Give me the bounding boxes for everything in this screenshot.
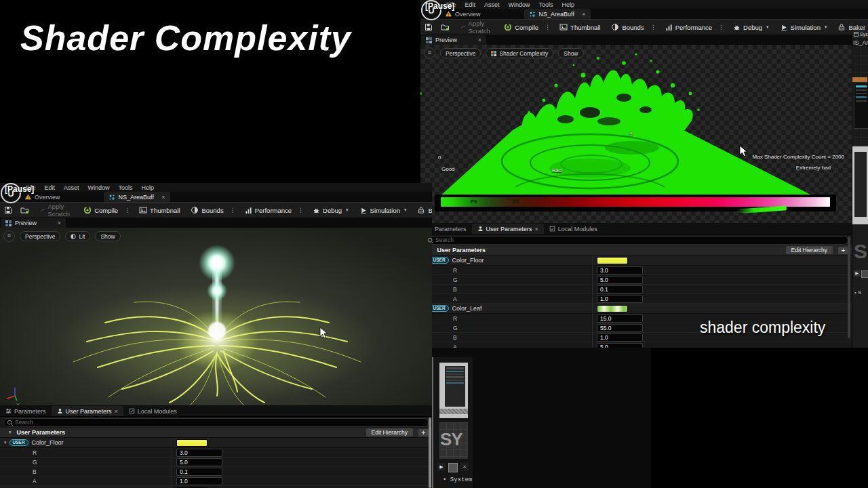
value-input[interactable]: 0.1 — [597, 285, 643, 293]
bounds-button[interactable]: Bounds — [186, 203, 227, 218]
close-icon[interactable]: × — [115, 408, 118, 415]
menu-asset[interactable]: Asset — [484, 1, 500, 8]
baker-button[interactable]: Baker — [413, 203, 432, 218]
value-input[interactable]: 1.0 — [597, 333, 643, 342]
value-input[interactable]: 5.0 — [597, 276, 643, 284]
value-input[interactable]: 5.0 — [597, 343, 643, 348]
toolbar: Apply Scratch Compile ⋮ Thumbnail Bounds… — [0, 202, 432, 218]
performance-options-kebab-icon[interactable]: ⋮ — [296, 207, 306, 214]
collapse-arrow-icon[interactable]: ▾ — [4, 440, 7, 445]
save-icon[interactable] — [448, 463, 458, 472]
compile-button[interactable]: Compile — [79, 203, 122, 218]
tab-preview[interactable]: Preview × — [421, 35, 486, 45]
save-button[interactable] — [420, 20, 437, 35]
simulation-button[interactable]: Simulation▾ — [776, 20, 831, 35]
add-parameter-button[interactable]: + — [418, 429, 429, 436]
value-input[interactable]: 1.0 — [176, 477, 222, 485]
menu-tools[interactable]: Tools — [539, 1, 553, 8]
bounds-button[interactable]: Bounds — [607, 20, 648, 35]
system-overview-tab[interactable]: Sys — [852, 30, 868, 38]
menu-asset[interactable]: Asset — [64, 184, 79, 191]
debug-button[interactable]: Debug▾ — [729, 20, 773, 35]
tab-user-parameters[interactable]: User Parameters × — [52, 406, 123, 416]
viewport-menu-hamburger-icon[interactable]: ≡ — [3, 230, 15, 242]
browse-asset-button[interactable] — [16, 203, 33, 218]
color-swatch[interactable] — [597, 305, 628, 312]
params-scrollbar[interactable] — [848, 237, 850, 338]
user-parameters-section-header[interactable]: ▾ User Parameters Edit Hierarchy + — [0, 428, 432, 438]
close-icon[interactable]: × — [478, 37, 481, 43]
close-icon[interactable]: × — [58, 220, 61, 226]
tab-overview[interactable]: Overview — [24, 193, 60, 201]
apply-scratch-button[interactable]: Apply Scratch — [36, 203, 77, 218]
value-input[interactable]: 15.0 — [597, 314, 643, 323]
edit-hierarchy-button[interactable]: Edit Hierarchy — [366, 428, 413, 436]
save-icon[interactable] — [861, 270, 868, 278]
close-icon[interactable]: × — [535, 226, 538, 232]
debug-button[interactable]: Debug▾ — [309, 203, 353, 218]
param-row-color-floor[interactable]: ▾ USER Color_Floor — [0, 438, 432, 448]
apply-scratch-button[interactable]: Apply Scratch — [456, 20, 497, 35]
perspective-pill[interactable]: Perspective — [20, 231, 60, 241]
menu-tools[interactable]: Tools — [119, 184, 133, 191]
compile-options-kebab-icon[interactable]: ⋮ — [542, 24, 553, 30]
performance-button[interactable]: Performance — [241, 203, 296, 218]
performance-options-kebab-icon[interactable]: ⋮ — [716, 24, 726, 30]
shader-complexity-viewport[interactable]: ≡ Perspective Shader Complexity Show — [420, 45, 852, 223]
performance-button[interactable]: Performance — [661, 20, 716, 35]
perspective-pill[interactable]: Perspective — [440, 48, 481, 58]
add-parameter-button[interactable]: + — [838, 247, 848, 254]
tab-user-parameters[interactable]: User Parameters × — [472, 224, 544, 234]
tab-overview[interactable]: Overview — [445, 10, 481, 18]
collapse-arrow-icon[interactable]: ▾ — [9, 430, 12, 435]
bounds-options-kebab-icon[interactable]: ⋮ — [228, 207, 238, 214]
tab-ns-areabuff[interactable]: NS_AreaBuff × — [104, 192, 170, 202]
menu-help[interactable]: Help — [142, 184, 155, 191]
user-parameters-section-header[interactable]: ▾ User Parameters Edit Hierarchy + — [420, 245, 852, 256]
search-input[interactable] — [3, 418, 429, 427]
menu-window[interactable]: Window — [509, 1, 530, 8]
show-pill[interactable]: Show — [558, 48, 583, 58]
menu-edit[interactable]: Edit — [45, 184, 56, 191]
viewport-menu-hamburger-icon[interactable]: ≡ — [424, 47, 435, 59]
view-mode-pill[interactable]: Shader Complexity — [486, 48, 553, 58]
lit-pill[interactable]: Lit — [65, 231, 90, 241]
compile-options-kebab-icon[interactable]: ⋮ — [122, 207, 132, 214]
simulation-button[interactable]: Simulation▾ — [355, 203, 411, 218]
play-icon[interactable]: ▶ — [854, 270, 860, 277]
params-scrollbar[interactable] — [429, 418, 431, 488]
value-input[interactable]: 0.1 — [176, 468, 222, 476]
close-icon[interactable]: × — [582, 11, 585, 18]
value-input[interactable]: 55.0 — [597, 324, 643, 332]
menu-edit[interactable]: Edit — [465, 1, 476, 8]
tab-local-modules[interactable]: Local Modules — [544, 224, 603, 234]
tab-parameters[interactable]: Parameters — [0, 406, 52, 416]
color-swatch[interactable] — [176, 439, 208, 447]
browse-asset-button[interactable] — [437, 20, 454, 35]
lit-preview-viewport[interactable]: ≡ Perspective Lit Show — [0, 228, 432, 405]
value-input[interactable]: 3.0 — [176, 449, 222, 457]
menu-window[interactable]: Window — [88, 184, 110, 191]
value-input[interactable]: 5.0 — [176, 458, 222, 466]
thumbnail-button[interactable]: Thumbnail — [135, 203, 184, 218]
edit-hierarchy-button[interactable]: Edit Hierarchy — [786, 246, 833, 254]
value-input[interactable]: 1.0 — [597, 295, 643, 303]
compile-button[interactable]: Compile — [500, 20, 542, 35]
tab-ns-areabuff[interactable]: NS_AreaBuff × — [524, 9, 591, 19]
show-pill[interactable]: Show — [95, 231, 120, 241]
param-row-color-leaf[interactable]: ▾ USER Color_Leaf — [420, 304, 852, 314]
close-doc-icon[interactable]: × — [460, 463, 469, 471]
thumbnail-button[interactable]: Thumbnail — [555, 20, 604, 35]
value-input[interactable]: 3.0 — [597, 266, 643, 274]
node-graph-sliver[interactable] — [852, 47, 868, 146]
tab-preview[interactable]: Preview × — [1, 218, 66, 228]
save-button[interactable] — [0, 203, 16, 218]
color-swatch[interactable] — [597, 257, 628, 264]
close-icon[interactable]: × — [161, 194, 165, 201]
search-input[interactable] — [424, 236, 848, 245]
param-row-color-floor[interactable]: ▾ USER Color_Floor — [420, 256, 852, 266]
play-icon[interactable]: ▶ — [437, 463, 446, 471]
bounds-options-kebab-icon[interactable]: ⋮ — [648, 24, 658, 30]
tab-local-modules[interactable]: Local Modules — [123, 406, 182, 416]
menu-help[interactable]: Help — [562, 1, 575, 8]
